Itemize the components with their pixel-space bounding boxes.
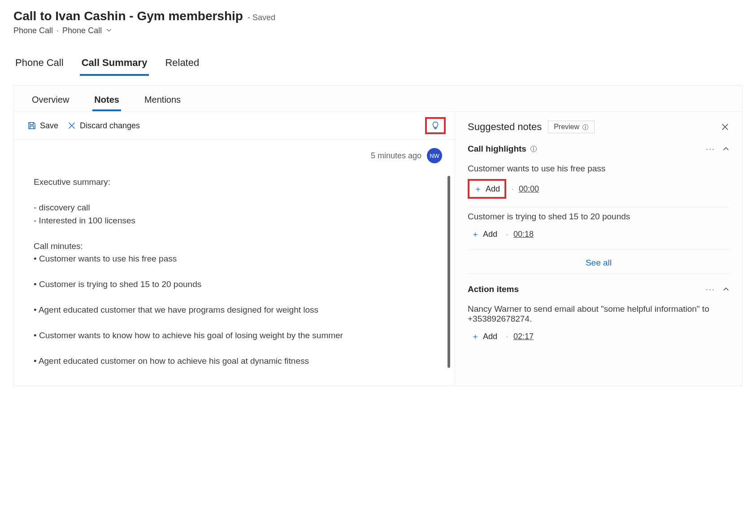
notes-toolbar: Save Discard changes (14, 112, 455, 140)
save-button[interactable]: Save (23, 119, 63, 132)
plus-icon: ＋ (471, 331, 479, 342)
svg-point-4 (533, 147, 534, 148)
see-all-link[interactable]: See all (468, 250, 730, 274)
save-status: - Saved (248, 13, 275, 22)
breadcrumb-item[interactable]: Phone Call (62, 26, 112, 35)
action-item: Nancy Warner to send email about "some h… (468, 300, 730, 352)
time-ago: 5 minutes ago (371, 151, 421, 161)
sub-tabs: Overview Notes Mentions (14, 86, 742, 112)
subtab-mentions[interactable]: Mentions (143, 92, 182, 111)
save-label: Save (40, 121, 58, 131)
collapse-button[interactable] (722, 145, 730, 153)
plus-icon: ＋ (471, 229, 479, 240)
notes-meta: 5 minutes ago NW (14, 140, 455, 167)
more-options-button[interactable]: ··· (706, 285, 715, 294)
separator: · (512, 185, 513, 192)
highlight-item: Customer wants to use his free pass ＋ Ad… (468, 159, 730, 207)
breadcrumb: Phone Call · Phone Call (13, 26, 743, 35)
svg-rect-5 (533, 148, 534, 151)
info-icon[interactable] (530, 145, 537, 153)
page-header: Call to Ivan Cashin - Gym membership - S… (0, 0, 756, 40)
add-label: Add (483, 230, 497, 239)
breadcrumb-item[interactable]: Phone Call (13, 26, 53, 35)
highlights-title: Call highlights (468, 144, 526, 154)
close-icon (67, 121, 76, 130)
suggested-title: Suggested notes (468, 121, 542, 133)
svg-point-1 (585, 125, 586, 126)
discard-button[interactable]: Discard changes (63, 119, 144, 132)
breadcrumb-label: Phone Call (62, 26, 102, 35)
highlight-item: Customer is trying to shed 15 to 20 poun… (468, 207, 730, 250)
collapse-button[interactable] (722, 286, 730, 293)
highlight-text: Customer is trying to shed 15 to 20 poun… (468, 212, 730, 222)
save-icon (27, 121, 36, 130)
breadcrumb-separator: · (56, 26, 59, 35)
preview-button[interactable]: Preview (548, 121, 595, 133)
notes-pane: Save Discard changes 5 minutes ago NW (14, 112, 455, 386)
separator: · (506, 333, 508, 340)
scrollbar[interactable] (448, 176, 450, 368)
timestamp-link[interactable]: 02:17 (513, 332, 534, 341)
separator: · (506, 231, 508, 238)
chevron-down-icon (106, 27, 112, 33)
info-icon (582, 124, 589, 131)
avatar[interactable]: NW (427, 148, 442, 163)
subtab-overview[interactable]: Overview (30, 92, 71, 111)
add-label: Add (483, 332, 497, 341)
notes-body[interactable]: Executive summary: - discovery call - In… (14, 167, 448, 386)
suggested-notes-pane: Suggested notes Preview Call highlights (455, 112, 742, 386)
page-title: Call to Ivan Cashin - Gym membership (13, 9, 243, 23)
timestamp-link[interactable]: 00:18 (513, 230, 534, 239)
add-highlight-button[interactable]: ＋ Add (468, 179, 506, 199)
content-area: Overview Notes Mentions Save Discard cha… (13, 85, 743, 386)
suggestions-toggle[interactable] (425, 117, 446, 134)
subtab-notes[interactable]: Notes (92, 92, 121, 111)
action-item-text: Nancy Warner to send email about "some h… (468, 304, 730, 324)
tab-phone-call[interactable]: Phone Call (13, 53, 65, 76)
action-items-header: Action items ··· (468, 284, 730, 294)
tab-related[interactable]: Related (163, 53, 201, 76)
timestamp-link[interactable]: 00:00 (519, 184, 539, 194)
add-label: Add (486, 184, 500, 194)
main-tabs: Phone Call Call Summary Related (0, 40, 756, 76)
highlights-header: Call highlights ··· (468, 144, 730, 154)
svg-rect-2 (585, 126, 586, 129)
add-highlight-button[interactable]: ＋ Add (468, 227, 501, 241)
highlight-text: Customer wants to use his free pass (468, 164, 730, 174)
suggested-header: Suggested notes Preview (468, 121, 730, 133)
discard-label: Discard changes (80, 121, 140, 131)
plus-icon: ＋ (474, 183, 482, 194)
more-options-button[interactable]: ··· (706, 144, 715, 154)
preview-label: Preview (554, 123, 579, 131)
add-action-button[interactable]: ＋ Add (468, 329, 501, 344)
close-panel-button[interactable] (721, 122, 730, 131)
action-items-title: Action items (468, 284, 519, 294)
tab-call-summary[interactable]: Call Summary (80, 53, 149, 76)
lightbulb-icon (430, 121, 440, 131)
